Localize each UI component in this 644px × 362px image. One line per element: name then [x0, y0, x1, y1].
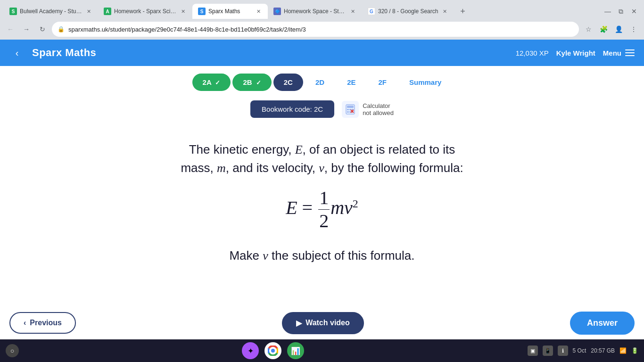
lock-icon: 🔒	[58, 26, 65, 33]
tab-2c[interactable]: 2C	[273, 74, 303, 91]
tab-title: Sparx Maths	[208, 8, 252, 15]
make-subject-line: Make v the subject of this formula.	[9, 247, 635, 265]
taskbar-date: 5 Oct	[573, 347, 586, 354]
tab-favicon: 🔷	[273, 8, 281, 15]
tab-bar: S Bulwell Academy - Student H ✕ A Homewo…	[0, 0, 644, 19]
taskbar-circle: ○	[6, 344, 19, 357]
taskbar-sheets-icon[interactable]: 📊	[287, 342, 304, 359]
close-button[interactable]: ✕	[628, 5, 640, 17]
watch-video-button[interactable]: ▶ Watch video	[282, 312, 364, 334]
taskbar-preview-icon: ▣	[528, 346, 538, 356]
hamburger-icon	[625, 49, 635, 56]
checkmark-icon: ✓	[256, 79, 261, 86]
toolbar-icons: ☆ 🧩 👤 ⋮	[582, 23, 640, 36]
tab-close[interactable]: ✕	[85, 8, 92, 15]
menu-label: Menu	[603, 49, 621, 57]
tab-bulwell[interactable]: S Bulwell Academy - Student H ✕	[4, 4, 98, 19]
app-header: ‹ Sparx Maths 12,030 XP Kyle Wright Menu	[0, 40, 644, 66]
minimize-button[interactable]: —	[602, 5, 614, 17]
extensions-icon[interactable]: 🧩	[597, 23, 610, 36]
address-bar[interactable]: 🔒 sparxmaths.uk/student/package/29e0c74f…	[52, 22, 579, 37]
formula-display: E = 12mv2	[9, 187, 635, 232]
tab-2b[interactable]: 2B ✓	[232, 74, 271, 91]
window-controls: — ⧉ ✕	[602, 5, 640, 17]
tab-2e[interactable]: 2E	[337, 74, 366, 91]
question-content: The kinetic energy, E, of an object is r…	[0, 122, 644, 282]
tab-close[interactable]: ✕	[441, 8, 448, 15]
tab-title: Homework - Sparx Science	[114, 8, 176, 15]
profile-icon[interactable]: 👤	[612, 23, 625, 36]
taskbar-right: ▣ 📱 ℹ 5 Oct 20:57 GB 📶 🔋	[528, 346, 638, 356]
taskbar-time: 20:57 GB	[591, 347, 615, 354]
previous-button[interactable]: ‹ Previous	[9, 312, 76, 334]
svg-rect-5	[347, 111, 349, 113]
header-right: 12,030 XP Kyle Wright Menu	[516, 49, 635, 57]
tab-title: Bulwell Academy - Student H	[20, 8, 82, 15]
tab-google[interactable]: G 320 / 8 - Google Search ✕	[362, 4, 454, 19]
taskbar-info-icon: ℹ	[558, 346, 568, 356]
taskbar: ○ ✦ 📊 ▣ 📱 ℹ 5 Oct 20:57 GB 📶 🔋	[0, 339, 644, 362]
taskbar-center: ✦ 📊	[23, 342, 524, 359]
task-tabs: 2A ✓ 2B ✓ 2C 2D 2E 2F Summary	[0, 66, 644, 95]
taskbar-chrome-icon[interactable]	[264, 342, 281, 359]
svg-point-11	[271, 349, 275, 353]
taskbar-ai-icon[interactable]: ✦	[242, 342, 259, 359]
svg-rect-2	[347, 109, 349, 110]
bottom-bar: ‹ Previous ▶ Watch video Answer	[0, 306, 644, 339]
tab-favicon: G	[368, 8, 375, 15]
new-tab-button[interactable]: +	[456, 5, 469, 18]
bookmark-icon[interactable]: ☆	[582, 23, 595, 36]
address-bar-row: ← → ↻ 🔒 sparxmaths.uk/student/package/29…	[0, 19, 644, 40]
tab-title: Homework Space - StudyX	[284, 8, 346, 15]
back-button[interactable]: ‹	[9, 45, 25, 60]
tab-close[interactable]: ✕	[349, 8, 356, 15]
bookwork-code: Bookwork code: 2C	[250, 100, 334, 118]
tab-favicon: S	[9, 8, 17, 15]
taskbar-battery-icon: 🔋	[631, 347, 638, 354]
svg-rect-1	[347, 106, 354, 108]
tab-sparx-maths[interactable]: S Sparx Maths ✕	[192, 4, 268, 19]
tab-2d[interactable]: 2D	[305, 74, 335, 91]
address-text: sparxmaths.uk/student/package/29e0c74f-4…	[68, 26, 573, 33]
app-logo: Sparx Maths	[32, 47, 96, 59]
tab-homework-science[interactable]: A Homework - Sparx Science ✕	[98, 4, 192, 19]
taskbar-phone-icon: 📱	[543, 346, 553, 356]
chevron-left-icon: ‹	[24, 319, 26, 327]
menu-button[interactable]: Menu	[603, 49, 635, 57]
back-nav-button[interactable]: ←	[4, 23, 17, 36]
tab-close[interactable]: ✕	[255, 8, 262, 15]
tab-close[interactable]: ✕	[179, 8, 187, 15]
checkmark-icon: ✓	[215, 79, 220, 86]
tab-2f[interactable]: 2F	[368, 74, 397, 91]
taskbar-wifi-icon: 📶	[619, 347, 627, 354]
reload-button[interactable]: ↻	[36, 23, 49, 36]
calculator-badge: Calculator not allowed	[342, 101, 394, 118]
calculator-status: Calculator not allowed	[363, 102, 394, 116]
tab-favicon: A	[104, 8, 111, 15]
username: Kyle Wright	[556, 49, 595, 57]
xp-badge: 12,030 XP	[516, 49, 549, 57]
bookwork-row: Bookwork code: 2C Calculator not allowed	[0, 95, 644, 122]
calculator-icon	[342, 101, 359, 118]
tab-summary[interactable]: Summary	[399, 74, 452, 91]
browser-chrome: S Bulwell Academy - Student H ✕ A Homewo…	[0, 0, 644, 40]
tab-favicon: S	[198, 8, 206, 15]
more-options-icon[interactable]: ⋮	[627, 23, 640, 36]
video-icon: ▶	[296, 319, 302, 328]
tab-title: 320 / 8 - Google Search	[378, 8, 438, 15]
restore-button[interactable]: ⧉	[615, 5, 627, 17]
tab-studyx[interactable]: 🔷 Homework Space - StudyX ✕	[268, 4, 362, 19]
question-line1: The kinetic energy, E, of an object is r…	[9, 140, 635, 177]
tab-2a[interactable]: 2A ✓	[192, 74, 231, 91]
forward-nav-button[interactable]: →	[20, 23, 33, 36]
answer-button[interactable]: Answer	[570, 312, 635, 335]
